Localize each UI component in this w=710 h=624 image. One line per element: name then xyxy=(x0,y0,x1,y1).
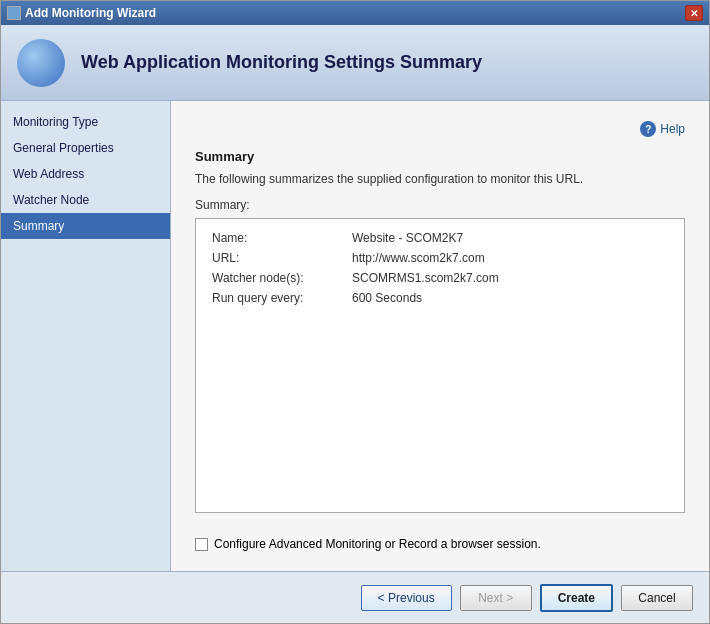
summary-row-name: Name: Website - SCOM2K7 xyxy=(212,231,668,245)
sidebar-item-summary[interactable]: Summary xyxy=(1,213,170,239)
summary-value-url: http://www.scom2k7.com xyxy=(352,251,485,265)
summary-row-query: Run query every: 600 Seconds xyxy=(212,291,668,305)
sidebar-item-monitoring-type[interactable]: Monitoring Type xyxy=(1,109,170,135)
header-title: Web Application Monitoring Settings Summ… xyxy=(81,52,482,73)
header-area: Web Application Monitoring Settings Summ… xyxy=(1,25,709,101)
help-icon: ? xyxy=(640,121,656,137)
summary-row-url: URL: http://www.scom2k7.com xyxy=(212,251,668,265)
content-area: Monitoring Type General Properties Web A… xyxy=(1,101,709,571)
sidebar-item-general-properties[interactable]: General Properties xyxy=(1,135,170,161)
sidebar: Monitoring Type General Properties Web A… xyxy=(1,101,171,571)
summary-label-watcher: Watcher node(s): xyxy=(212,271,352,285)
description-text: The following summarizes the supplied co… xyxy=(195,172,685,186)
help-label: Help xyxy=(660,122,685,136)
close-button[interactable]: ✕ xyxy=(685,5,703,21)
header-icon xyxy=(17,39,65,87)
summary-value-watcher: SCOMRMS1.scom2k7.com xyxy=(352,271,499,285)
create-button[interactable]: Create xyxy=(540,584,613,612)
title-bar-left: Add Monitoring Wizard xyxy=(7,6,156,20)
summary-label-name: Name: xyxy=(212,231,352,245)
cancel-button[interactable]: Cancel xyxy=(621,585,693,611)
next-button[interactable]: Next > xyxy=(460,585,532,611)
previous-button[interactable]: < Previous xyxy=(361,585,452,611)
sidebar-item-web-address[interactable]: Web Address xyxy=(1,161,170,187)
wizard-window: Add Monitoring Wizard ✕ Web Application … xyxy=(0,0,710,624)
summary-row-watcher: Watcher node(s): SCOMRMS1.scom2k7.com xyxy=(212,271,668,285)
sidebar-item-watcher-node[interactable]: Watcher Node xyxy=(1,187,170,213)
advanced-monitoring-row: Configure Advanced Monitoring or Record … xyxy=(195,529,685,551)
window-icon xyxy=(7,6,21,20)
summary-label: Summary: xyxy=(195,198,685,212)
footer: < Previous Next > Create Cancel xyxy=(1,571,709,623)
summary-label-query: Run query every: xyxy=(212,291,352,305)
window-title: Add Monitoring Wizard xyxy=(25,6,156,20)
summary-label-url: URL: xyxy=(212,251,352,265)
main-content: ? Help Summary The following summarizes … xyxy=(171,101,709,571)
advanced-monitoring-label: Configure Advanced Monitoring or Record … xyxy=(214,537,541,551)
section-title: Summary xyxy=(195,149,685,164)
advanced-monitoring-checkbox[interactable] xyxy=(195,538,208,551)
summary-value-name: Website - SCOM2K7 xyxy=(352,231,463,245)
title-bar: Add Monitoring Wizard ✕ xyxy=(1,1,709,25)
summary-box: Name: Website - SCOM2K7 URL: http://www.… xyxy=(195,218,685,513)
help-link[interactable]: ? Help xyxy=(195,121,685,137)
summary-value-query: 600 Seconds xyxy=(352,291,422,305)
